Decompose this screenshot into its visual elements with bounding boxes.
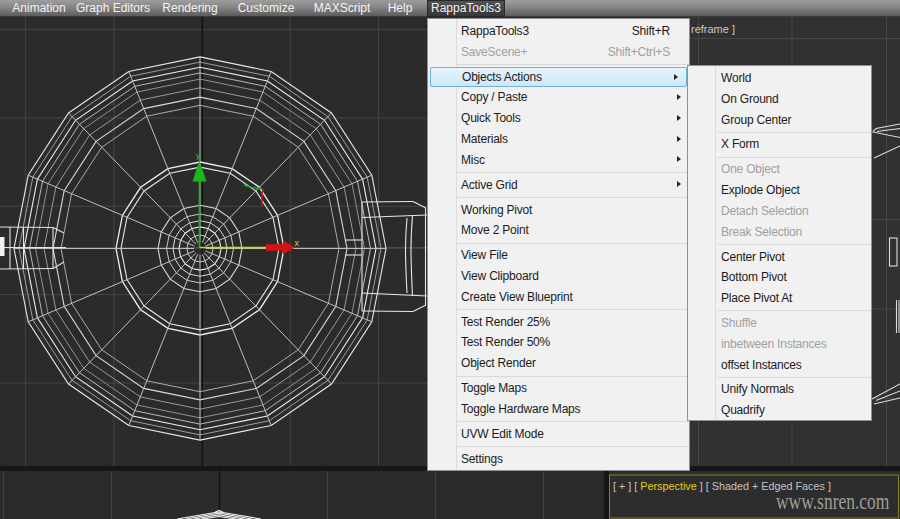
svg-text:y: y [196, 151, 200, 160]
svg-text:x: x [295, 238, 300, 248]
